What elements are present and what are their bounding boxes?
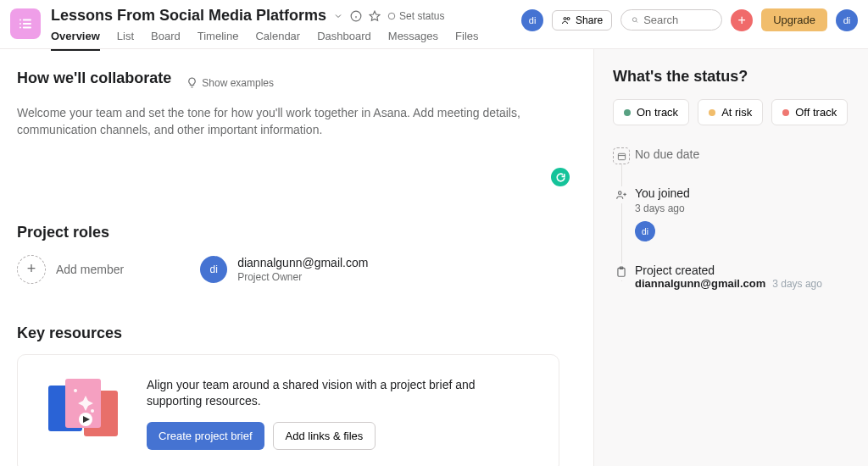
user-avatar[interactable]: di [836, 9, 858, 31]
set-status-button[interactable]: Set status [387, 10, 444, 22]
you-joined-label: You joined [635, 186, 849, 200]
member-email: diannalgunn@gmail.com [237, 256, 368, 269]
member-avatar: di [200, 256, 227, 283]
svg-point-12 [567, 17, 570, 19]
tab-timeline[interactable]: Timeline [198, 30, 239, 51]
resources-heading: Key resources [17, 325, 570, 342]
svg-point-10 [388, 13, 395, 19]
create-button[interactable]: + [731, 9, 753, 31]
add-member-button[interactable]: + Add member [17, 255, 124, 284]
tabs: OverviewListBoardTimelineCalendarDashboa… [51, 30, 521, 51]
create-brief-button[interactable]: Create project brief [147, 422, 264, 450]
tab-list[interactable]: List [117, 30, 134, 51]
calendar-icon [613, 147, 630, 164]
top-bar: Lessons From Social Media Platforms Set … [0, 0, 868, 49]
no-due-date[interactable]: No due date [635, 147, 849, 161]
project-title[interactable]: Lessons From Social Media Platforms [51, 7, 326, 25]
svg-marker-9 [370, 11, 380, 20]
svg-point-13 [632, 18, 637, 22]
status-on-track[interactable]: On track [613, 99, 689, 125]
status-sidebar: What's the status? On trackAt riskOff tr… [593, 49, 868, 466]
tab-calendar[interactable]: Calendar [255, 30, 300, 51]
brief-illustration-icon [43, 377, 125, 445]
star-icon[interactable] [369, 10, 381, 22]
scrollbar[interactable] [593, 49, 594, 75]
status-off-track[interactable]: Off track [771, 99, 848, 125]
status-heading: What's the status? [613, 68, 849, 86]
status-options: On trackAt riskOff track [613, 99, 849, 125]
lightbulb-icon [186, 77, 198, 88]
resources-blurb: Align your team around a shared vision w… [147, 377, 533, 410]
search-icon [632, 14, 638, 25]
tab-files[interactable]: Files [455, 30, 478, 51]
project-created-label: Project created [635, 264, 849, 277]
add-links-button[interactable]: Add links & files [273, 422, 376, 450]
joined-avatar[interactable]: di [635, 221, 655, 241]
svg-point-18 [74, 389, 77, 392]
created-by-email: diannalgunn@gmail.com [635, 277, 765, 290]
upgrade-button[interactable]: Upgrade [761, 8, 827, 31]
grammarly-icon[interactable] [551, 168, 570, 186]
search-input[interactable] [620, 9, 722, 31]
show-examples-button[interactable]: Show examples [186, 77, 274, 89]
tab-overview[interactable]: Overview [51, 30, 100, 51]
created-ago: 3 days ago [772, 278, 822, 290]
header-avatar[interactable]: di [521, 9, 543, 31]
share-button[interactable]: Share [552, 10, 612, 31]
svg-point-19 [91, 409, 94, 413]
tab-dashboard[interactable]: Dashboard [317, 30, 371, 51]
main-content: How we'll collaborate Show examples Welc… [0, 49, 593, 466]
member-role: Project Owner [237, 271, 368, 283]
tab-messages[interactable]: Messages [388, 30, 438, 51]
svg-point-11 [564, 17, 566, 19]
plus-icon: + [17, 255, 46, 284]
clipboard-icon [613, 264, 630, 280]
joined-ago: 3 days ago [635, 202, 849, 214]
resources-card: Align your team around a shared vision w… [17, 354, 559, 466]
tab-board[interactable]: Board [151, 30, 181, 51]
svg-point-24 [619, 191, 622, 195]
collaborate-heading: How we'll collaborate [17, 69, 171, 87]
project-member[interactable]: di diannalgunn@gmail.com Project Owner [200, 256, 368, 283]
chevron-down-icon[interactable] [333, 11, 343, 21]
info-icon[interactable] [350, 10, 362, 22]
collaborate-placeholder[interactable]: Welcome your team and set the tone for h… [17, 104, 526, 139]
user-joined-icon [613, 186, 630, 203]
svg-line-14 [637, 21, 637, 22]
status-at-risk[interactable]: At risk [698, 99, 763, 125]
svg-rect-22 [618, 153, 625, 159]
project-icon[interactable] [10, 8, 41, 39]
roles-heading: Project roles [17, 224, 570, 241]
